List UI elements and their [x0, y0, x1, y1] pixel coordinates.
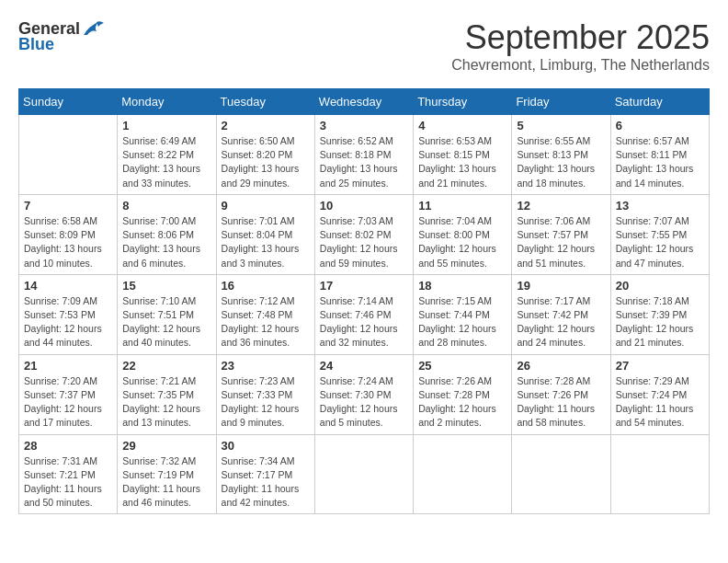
day-info: Sunrise: 7:24 AMSunset: 7:30 PMDaylight:… — [320, 374, 408, 431]
calendar-title: September 2025 — [451, 18, 710, 57]
day-info: Sunrise: 7:34 AMSunset: 7:17 PMDaylight:… — [222, 454, 310, 511]
day-number: 4 — [418, 119, 506, 132]
logo: General Blue — [18, 18, 106, 54]
day-info: Sunrise: 7:01 AMSunset: 8:04 PMDaylight:… — [222, 214, 310, 270]
day-cell: 13Sunrise: 7:07 AMSunset: 7:55 PMDayligh… — [610, 194, 709, 274]
day-number: 1 — [122, 119, 210, 132]
day-info: Sunrise: 7:23 AMSunset: 7:33 PMDaylight:… — [222, 374, 310, 431]
day-info: Sunrise: 7:32 AMSunset: 7:19 PMDaylight:… — [122, 454, 210, 511]
day-cell: 15Sunrise: 7:10 AMSunset: 7:51 PMDayligh… — [118, 274, 216, 354]
day-number: 19 — [517, 279, 605, 293]
title-block: September 2025 Chevremont, Limburg, The … — [451, 18, 710, 74]
day-cell: 25Sunrise: 7:26 AMSunset: 7:28 PMDayligh… — [414, 354, 512, 434]
day-cell: 29Sunrise: 7:32 AMSunset: 7:19 PMDayligh… — [118, 434, 216, 514]
day-info: Sunrise: 6:55 AMSunset: 8:13 PMDaylight:… — [517, 134, 605, 190]
logo-blue-text: Blue — [18, 35, 54, 54]
calendar-subtitle: Chevremont, Limburg, The Netherlands — [451, 57, 710, 74]
day-info: Sunrise: 7:00 AMSunset: 8:06 PMDaylight:… — [122, 214, 210, 270]
day-info: Sunrise: 7:04 AMSunset: 8:00 PMDaylight:… — [418, 214, 506, 270]
day-cell: 22Sunrise: 7:21 AMSunset: 7:35 PMDayligh… — [118, 354, 216, 434]
day-info: Sunrise: 7:28 AMSunset: 7:26 PMDaylight:… — [517, 374, 605, 431]
day-cell: 20Sunrise: 7:18 AMSunset: 7:39 PMDayligh… — [610, 274, 709, 354]
week-row-2: 7Sunrise: 6:58 AMSunset: 8:09 PMDaylight… — [19, 194, 710, 274]
day-number: 27 — [616, 359, 704, 373]
week-row-3: 14Sunrise: 7:09 AMSunset: 7:53 PMDayligh… — [19, 274, 710, 354]
day-cell: 12Sunrise: 7:06 AMSunset: 7:57 PMDayligh… — [512, 194, 610, 274]
day-info: Sunrise: 7:17 AMSunset: 7:42 PMDaylight:… — [517, 294, 605, 350]
day-info: Sunrise: 6:50 AMSunset: 8:20 PMDaylight:… — [222, 134, 310, 190]
day-cell: 28Sunrise: 7:31 AMSunset: 7:21 PMDayligh… — [19, 434, 118, 514]
day-cell: 8Sunrise: 7:00 AMSunset: 8:06 PMDaylight… — [118, 194, 216, 274]
day-number: 3 — [320, 119, 408, 132]
day-cell: 1Sunrise: 6:49 AMSunset: 8:22 PMDaylight… — [118, 115, 216, 195]
day-number: 26 — [517, 359, 605, 373]
day-number: 18 — [418, 279, 506, 293]
day-cell — [314, 434, 413, 514]
day-info: Sunrise: 7:18 AMSunset: 7:39 PMDaylight:… — [616, 294, 704, 350]
day-cell: 26Sunrise: 7:28 AMSunset: 7:26 PMDayligh… — [512, 354, 610, 434]
day-cell: 3Sunrise: 6:52 AMSunset: 8:18 PMDaylight… — [314, 115, 413, 195]
day-number: 22 — [122, 359, 210, 373]
header-cell-saturday: Saturday — [610, 89, 709, 115]
day-number: 7 — [24, 199, 112, 213]
day-info: Sunrise: 6:58 AMSunset: 8:09 PMDaylight:… — [24, 214, 112, 270]
day-cell: 11Sunrise: 7:04 AMSunset: 8:00 PMDayligh… — [414, 194, 512, 274]
day-cell — [19, 115, 118, 195]
header-row: SundayMondayTuesdayWednesdayThursdayFrid… — [19, 89, 710, 115]
day-cell: 17Sunrise: 7:14 AMSunset: 7:46 PMDayligh… — [314, 274, 413, 354]
day-number: 17 — [320, 279, 408, 293]
day-number: 21 — [24, 359, 112, 373]
day-cell: 27Sunrise: 7:29 AMSunset: 7:24 PMDayligh… — [610, 354, 709, 434]
day-number: 8 — [122, 199, 210, 213]
day-info: Sunrise: 7:09 AMSunset: 7:53 PMDaylight:… — [24, 294, 112, 350]
page-header: General Blue September 2025 Chevremont, … — [18, 18, 710, 74]
day-cell: 2Sunrise: 6:50 AMSunset: 8:20 PMDaylight… — [216, 115, 314, 195]
day-number: 16 — [222, 279, 310, 293]
day-number: 20 — [616, 279, 704, 293]
day-number: 5 — [517, 119, 605, 132]
day-number: 24 — [320, 359, 408, 373]
week-row-4: 21Sunrise: 7:20 AMSunset: 7:37 PMDayligh… — [19, 354, 710, 434]
day-info: Sunrise: 7:29 AMSunset: 7:24 PMDaylight:… — [616, 374, 704, 431]
header-cell-sunday: Sunday — [19, 89, 118, 115]
day-cell: 5Sunrise: 6:55 AMSunset: 8:13 PMDaylight… — [512, 115, 610, 195]
day-cell — [414, 434, 512, 514]
calendar-body: 1Sunrise: 6:49 AMSunset: 8:22 PMDaylight… — [19, 115, 710, 514]
day-number: 13 — [616, 199, 704, 213]
day-cell — [610, 434, 709, 514]
day-info: Sunrise: 7:03 AMSunset: 8:02 PMDaylight:… — [320, 214, 408, 270]
day-cell: 10Sunrise: 7:03 AMSunset: 8:02 PMDayligh… — [314, 194, 413, 274]
day-number: 29 — [122, 439, 210, 453]
logo-bird-icon — [80, 18, 106, 39]
day-info: Sunrise: 6:53 AMSunset: 8:15 PMDaylight:… — [418, 134, 506, 190]
day-cell: 7Sunrise: 6:58 AMSunset: 8:09 PMDaylight… — [19, 194, 118, 274]
day-number: 9 — [222, 199, 310, 213]
day-number: 23 — [222, 359, 310, 373]
header-cell-thursday: Thursday — [414, 89, 512, 115]
week-row-5: 28Sunrise: 7:31 AMSunset: 7:21 PMDayligh… — [19, 434, 710, 514]
day-cell: 21Sunrise: 7:20 AMSunset: 7:37 PMDayligh… — [19, 354, 118, 434]
day-number: 6 — [616, 119, 704, 132]
day-cell: 14Sunrise: 7:09 AMSunset: 7:53 PMDayligh… — [19, 274, 118, 354]
header-cell-wednesday: Wednesday — [314, 89, 413, 115]
day-cell: 6Sunrise: 6:57 AMSunset: 8:11 PMDaylight… — [610, 115, 709, 195]
day-info: Sunrise: 7:14 AMSunset: 7:46 PMDaylight:… — [320, 294, 408, 350]
day-info: Sunrise: 6:57 AMSunset: 8:11 PMDaylight:… — [616, 134, 704, 190]
day-cell — [512, 434, 610, 514]
header-cell-monday: Monday — [118, 89, 216, 115]
day-info: Sunrise: 7:15 AMSunset: 7:44 PMDaylight:… — [418, 294, 506, 350]
day-number: 15 — [122, 279, 210, 293]
day-number: 2 — [222, 119, 310, 132]
day-cell: 4Sunrise: 6:53 AMSunset: 8:15 PMDaylight… — [414, 115, 512, 195]
day-info: Sunrise: 7:26 AMSunset: 7:28 PMDaylight:… — [418, 374, 506, 431]
day-cell: 16Sunrise: 7:12 AMSunset: 7:48 PMDayligh… — [216, 274, 314, 354]
header-cell-friday: Friday — [512, 89, 610, 115]
day-info: Sunrise: 7:07 AMSunset: 7:55 PMDaylight:… — [616, 214, 704, 270]
day-cell: 24Sunrise: 7:24 AMSunset: 7:30 PMDayligh… — [314, 354, 413, 434]
calendar-table: SundayMondayTuesdayWednesdayThursdayFrid… — [18, 88, 710, 514]
day-cell: 23Sunrise: 7:23 AMSunset: 7:33 PMDayligh… — [216, 354, 314, 434]
day-info: Sunrise: 7:12 AMSunset: 7:48 PMDaylight:… — [222, 294, 310, 350]
day-number: 12 — [517, 199, 605, 213]
week-row-1: 1Sunrise: 6:49 AMSunset: 8:22 PMDaylight… — [19, 115, 710, 195]
day-number: 25 — [418, 359, 506, 373]
